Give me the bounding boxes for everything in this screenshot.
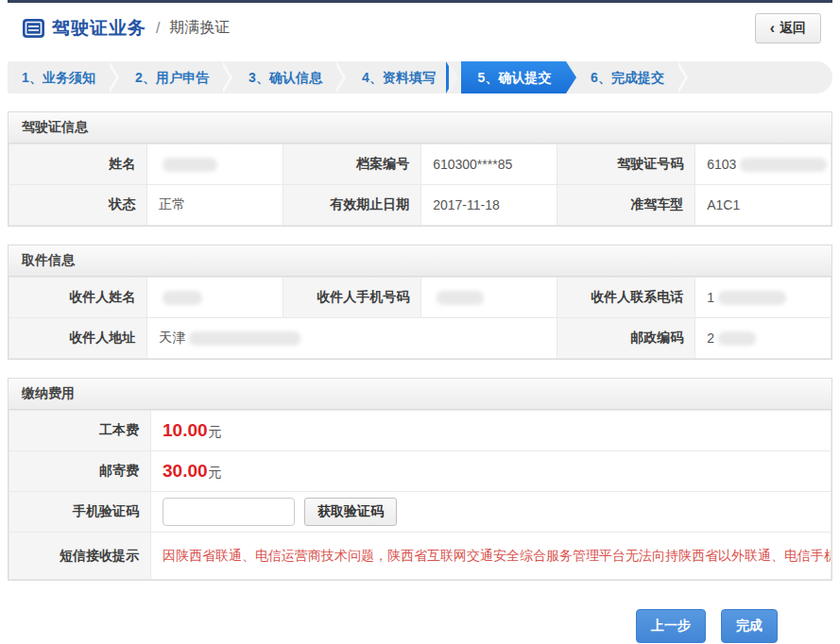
license-services-icon	[23, 19, 44, 38]
sms-notice-label: 短信接收提示	[9, 533, 151, 580]
step-separator-icon	[110, 61, 121, 93]
step-3-confirm-info[interactable]: 3、确认信息	[234, 61, 336, 93]
sms-code-cell: 获取验证码	[151, 492, 831, 533]
table-row: 邮寄费 30.00元	[9, 451, 831, 492]
recipient-phone-value: 1	[695, 278, 831, 318]
step-6-complete-submit[interactable]: 6、完成提交	[576, 61, 678, 93]
recipient-phone-text: 1	[707, 290, 714, 305]
license-number-value: 6103	[695, 144, 831, 185]
step-separator-icon	[450, 61, 461, 93]
redacted-text	[163, 291, 202, 305]
breadcrumb: 驾驶证业务 / 期满换证	[23, 16, 230, 41]
get-sms-code-button[interactable]: 获取验证码	[304, 498, 397, 526]
redacted-text	[163, 158, 217, 172]
postage-fee-amount: 30.00	[163, 461, 208, 481]
license-info-table: 姓名 档案编号 610300****85 驾驶证号码 6103 状态 正常 有效…	[9, 144, 831, 226]
valid-until-value: 2017-11-18	[421, 185, 557, 226]
stepbar-filler	[690, 61, 832, 93]
step-2-user-declaration[interactable]: 2、用户申告	[121, 61, 223, 93]
name-label: 姓名	[9, 144, 147, 185]
back-chevron-icon: ‹	[770, 21, 775, 36]
redacted-text	[718, 291, 786, 305]
table-row: 工本费 10.00元	[9, 411, 831, 451]
breadcrumb-separator: /	[154, 20, 162, 37]
pickup-info-section-title: 取件信息	[9, 246, 831, 277]
status-label: 状态	[9, 185, 147, 226]
postal-code-text: 2	[707, 330, 714, 346]
vehicle-type-label: 准驾车型	[557, 185, 695, 226]
postal-code-label: 邮政编码	[557, 318, 695, 359]
license-number-label: 驾驶证号码	[557, 144, 695, 185]
production-fee-amount: 10.00	[163, 420, 208, 440]
recipient-address-label: 收件人地址	[9, 318, 147, 359]
recipient-mobile-value	[421, 278, 557, 318]
recipient-name-label: 收件人姓名	[9, 278, 147, 318]
breadcrumb-current: 期满换证	[169, 18, 230, 38]
production-fee-value: 10.00元	[151, 411, 831, 451]
table-row: 状态 正常 有效期止日期 2017-11-18 准驾车型 A1C1	[9, 185, 831, 226]
fees-table: 工本费 10.00元 邮寄费 30.00元 手机验证码 获取验证码 短信接收提示…	[9, 410, 831, 580]
step-5-confirm-submit-active[interactable]: 5、确认提交	[461, 61, 576, 93]
topbar: 驾驶证业务 / 期满换证 ‹ 返回	[8, 0, 832, 53]
postage-fee-value: 30.00元	[151, 451, 831, 492]
table-row: 姓名 档案编号 610300****85 驾驶证号码 6103	[9, 144, 831, 185]
pickup-info-section: 取件信息 收件人姓名 收件人手机号码 收件人联系电话 1 收件人地址 天津 邮政…	[8, 245, 832, 360]
recipient-address-value: 天津	[147, 318, 557, 359]
file-number-label: 档案编号	[283, 144, 421, 185]
pickup-info-table: 收件人姓名 收件人手机号码 收件人联系电话 1 收件人地址 天津 邮政编码 2	[9, 277, 831, 359]
table-row: 手机验证码 获取验证码	[9, 492, 831, 533]
back-button-label: 返回	[780, 20, 806, 37]
bottom-actions: 上一步 完成	[8, 609, 832, 643]
fees-section: 缴纳费用 工本费 10.00元 邮寄费 30.00元 手机验证码 获取验证码 短…	[8, 378, 832, 581]
step-4-fill-materials[interactable]: 4、资料填写	[348, 61, 450, 93]
production-fee-unit: 元	[209, 424, 222, 439]
redacted-text	[740, 158, 827, 172]
step-progress-bar: 1、业务须知 2、用户申告 3、确认信息 4、资料填写 5、确认提交 6、完成提…	[8, 61, 832, 93]
recipient-name-value	[147, 278, 283, 318]
redacted-text	[437, 291, 484, 305]
step-separator-icon	[678, 61, 690, 93]
page-title: 驾驶证业务	[52, 16, 146, 41]
table-row: 收件人地址 天津 邮政编码 2	[9, 318, 831, 359]
sms-code-label: 手机验证码	[9, 492, 151, 533]
postal-code-value: 2	[695, 318, 831, 359]
redacted-text	[718, 331, 756, 346]
recipient-address-text: 天津	[159, 330, 185, 345]
table-row: 收件人姓名 收件人手机号码 收件人联系电话 1	[9, 278, 831, 318]
production-fee-label: 工本费	[9, 411, 151, 451]
file-number-value: 610300****85	[421, 144, 557, 185]
status-value: 正常	[147, 185, 283, 226]
license-number-text: 6103	[707, 157, 736, 172]
name-value	[147, 144, 283, 185]
sms-code-input[interactable]	[163, 498, 295, 526]
recipient-phone-label: 收件人联系电话	[557, 278, 695, 318]
valid-until-label: 有效期止日期	[283, 185, 421, 226]
table-row: 短信接收提示 因陕西省联通、电信运营商技术问题，陕西省互联网交通安全综合服务管理…	[9, 533, 831, 580]
postage-fee-label: 邮寄费	[9, 451, 151, 492]
vehicle-type-value: A1C1	[695, 185, 831, 226]
license-info-section-title: 驾驶证信息	[9, 112, 831, 144]
finish-button[interactable]: 完成	[721, 609, 778, 643]
redacted-text	[189, 331, 300, 346]
step-1-business-notice[interactable]: 1、业务须知	[8, 61, 110, 93]
previous-step-button[interactable]: 上一步	[636, 609, 706, 643]
sms-notice-text: 因陕西省联通、电信运营商技术问题，陕西省互联网交通安全综合服务管理平台无法向持陕…	[151, 533, 831, 580]
fees-section-title: 缴纳费用	[9, 379, 831, 410]
step-separator-icon	[336, 61, 348, 93]
step-separator-icon	[223, 61, 234, 93]
license-info-section: 驾驶证信息 姓名 档案编号 610300****85 驾驶证号码 6103 状态…	[8, 111, 832, 227]
postage-fee-unit: 元	[209, 465, 222, 480]
back-button[interactable]: ‹ 返回	[755, 13, 821, 43]
page: 驾驶证业务 / 期满换证 ‹ 返回 1、业务须知 2、用户申告 3、确认信息 4…	[0, 0, 840, 643]
recipient-mobile-label: 收件人手机号码	[283, 278, 421, 318]
